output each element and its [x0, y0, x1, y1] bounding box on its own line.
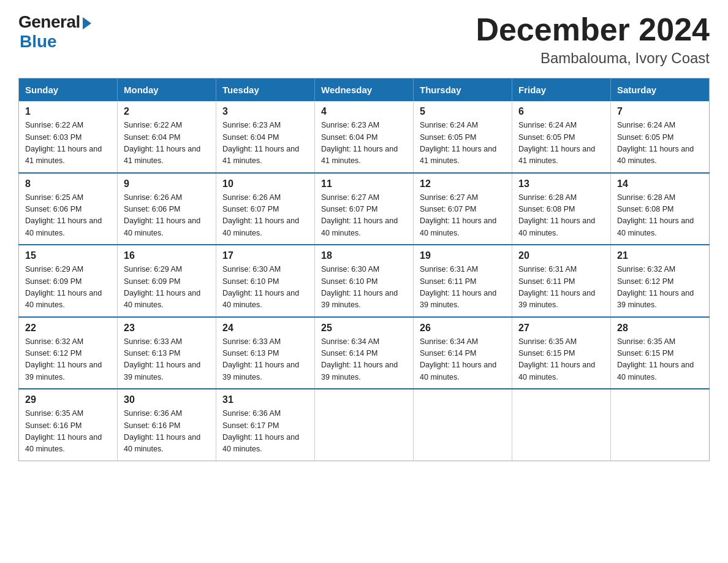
day-number: 3	[222, 106, 308, 117]
calendar-header-thursday: Thursday	[414, 79, 512, 102]
day-number: 1	[25, 106, 111, 117]
calendar-cell	[512, 389, 611, 461]
day-number: 6	[518, 106, 604, 117]
day-number: 14	[617, 178, 703, 190]
calendar-cell: 17 Sunrise: 6:30 AMSunset: 6:10 PMDaylig…	[216, 245, 315, 317]
calendar-cell: 8 Sunrise: 6:25 AMSunset: 6:06 PMDayligh…	[19, 173, 118, 245]
day-info: Sunrise: 6:32 AMSunset: 6:12 PMDaylight:…	[617, 264, 703, 312]
day-number: 27	[518, 323, 604, 334]
calendar-cell: 10 Sunrise: 6:26 AMSunset: 6:07 PMDaylig…	[216, 173, 315, 245]
day-number: 8	[25, 178, 111, 190]
day-number: 9	[124, 178, 210, 190]
day-info: Sunrise: 6:30 AMSunset: 6:10 PMDaylight:…	[321, 264, 407, 312]
calendar-header-wednesday: Wednesday	[315, 79, 414, 102]
day-info: Sunrise: 6:28 AMSunset: 6:08 PMDaylight:…	[518, 192, 604, 240]
calendar-cell: 12 Sunrise: 6:27 AMSunset: 6:07 PMDaylig…	[414, 173, 512, 245]
day-info: Sunrise: 6:26 AMSunset: 6:06 PMDaylight:…	[124, 192, 210, 240]
calendar-header-tuesday: Tuesday	[216, 79, 315, 102]
logo-blue-text: Blue	[20, 32, 57, 52]
calendar-cell: 21 Sunrise: 6:32 AMSunset: 6:12 PMDaylig…	[611, 245, 710, 317]
calendar-cell: 15 Sunrise: 6:29 AMSunset: 6:09 PMDaylig…	[19, 245, 118, 317]
calendar-cell: 19 Sunrise: 6:31 AMSunset: 6:11 PMDaylig…	[414, 245, 512, 317]
day-info: Sunrise: 6:35 AMSunset: 6:15 PMDaylight:…	[518, 336, 604, 384]
day-info: Sunrise: 6:24 AMSunset: 6:05 PMDaylight:…	[617, 120, 703, 167]
day-number: 24	[222, 323, 308, 334]
day-number: 17	[222, 250, 308, 261]
day-info: Sunrise: 6:32 AMSunset: 6:12 PMDaylight:…	[25, 336, 111, 384]
calendar-cell: 28 Sunrise: 6:35 AMSunset: 6:15 PMDaylig…	[611, 317, 710, 389]
day-number: 31	[222, 394, 308, 405]
day-info: Sunrise: 6:23 AMSunset: 6:04 PMDaylight:…	[321, 120, 407, 167]
calendar-week-row: 1 Sunrise: 6:22 AMSunset: 6:03 PMDayligh…	[19, 101, 710, 173]
day-info: Sunrise: 6:36 AMSunset: 6:16 PMDaylight:…	[124, 408, 210, 456]
day-info: Sunrise: 6:29 AMSunset: 6:09 PMDaylight:…	[124, 264, 210, 312]
day-info: Sunrise: 6:35 AMSunset: 6:16 PMDaylight:…	[25, 408, 111, 456]
day-number: 19	[420, 250, 506, 261]
calendar-cell: 7 Sunrise: 6:24 AMSunset: 6:05 PMDayligh…	[611, 101, 710, 173]
day-info: Sunrise: 6:34 AMSunset: 6:14 PMDaylight:…	[321, 336, 407, 384]
calendar-cell: 6 Sunrise: 6:24 AMSunset: 6:05 PMDayligh…	[512, 101, 611, 173]
calendar-cell: 29 Sunrise: 6:35 AMSunset: 6:16 PMDaylig…	[19, 389, 118, 461]
title-area: December 2024 Bambalouma, Ivory Coast	[476, 12, 710, 67]
logo-general-text: General	[18, 12, 80, 32]
calendar-cell: 9 Sunrise: 6:26 AMSunset: 6:06 PMDayligh…	[118, 173, 216, 245]
logo: General Blue	[18, 12, 91, 52]
day-number: 30	[124, 394, 210, 405]
day-number: 4	[321, 106, 407, 117]
calendar-week-row: 22 Sunrise: 6:32 AMSunset: 6:12 PMDaylig…	[19, 317, 710, 389]
day-info: Sunrise: 6:22 AMSunset: 6:04 PMDaylight:…	[124, 120, 210, 167]
calendar-cell: 27 Sunrise: 6:35 AMSunset: 6:15 PMDaylig…	[512, 317, 611, 389]
calendar-cell: 22 Sunrise: 6:32 AMSunset: 6:12 PMDaylig…	[19, 317, 118, 389]
calendar-cell: 4 Sunrise: 6:23 AMSunset: 6:04 PMDayligh…	[315, 101, 414, 173]
day-info: Sunrise: 6:27 AMSunset: 6:07 PMDaylight:…	[321, 192, 407, 240]
calendar-table: SundayMondayTuesdayWednesdayThursdayFrid…	[18, 78, 710, 461]
day-number: 2	[124, 106, 210, 117]
month-year-title: December 2024	[476, 12, 710, 47]
day-info: Sunrise: 6:25 AMSunset: 6:06 PMDaylight:…	[25, 192, 111, 240]
calendar-header-sunday: Sunday	[19, 79, 118, 102]
calendar-cell: 24 Sunrise: 6:33 AMSunset: 6:13 PMDaylig…	[216, 317, 315, 389]
day-info: Sunrise: 6:33 AMSunset: 6:13 PMDaylight:…	[124, 336, 210, 384]
calendar-cell: 16 Sunrise: 6:29 AMSunset: 6:09 PMDaylig…	[118, 245, 216, 317]
day-number: 23	[124, 323, 210, 334]
day-number: 5	[420, 106, 506, 117]
day-info: Sunrise: 6:31 AMSunset: 6:11 PMDaylight:…	[518, 264, 604, 312]
day-info: Sunrise: 6:36 AMSunset: 6:17 PMDaylight:…	[222, 408, 308, 456]
day-info: Sunrise: 6:24 AMSunset: 6:05 PMDaylight:…	[420, 120, 506, 167]
calendar-header-friday: Friday	[512, 79, 611, 102]
day-number: 11	[321, 178, 407, 190]
day-info: Sunrise: 6:22 AMSunset: 6:03 PMDaylight:…	[25, 120, 111, 167]
day-info: Sunrise: 6:23 AMSunset: 6:04 PMDaylight:…	[222, 120, 308, 167]
calendar-cell	[611, 389, 710, 461]
day-number: 29	[25, 394, 111, 405]
day-info: Sunrise: 6:34 AMSunset: 6:14 PMDaylight:…	[420, 336, 506, 384]
calendar-header-monday: Monday	[118, 79, 216, 102]
day-number: 22	[25, 323, 111, 334]
day-number: 18	[321, 250, 407, 261]
day-info: Sunrise: 6:28 AMSunset: 6:08 PMDaylight:…	[617, 192, 703, 240]
day-info: Sunrise: 6:26 AMSunset: 6:07 PMDaylight:…	[222, 192, 308, 240]
calendar-week-row: 8 Sunrise: 6:25 AMSunset: 6:06 PMDayligh…	[19, 173, 710, 245]
day-info: Sunrise: 6:27 AMSunset: 6:07 PMDaylight:…	[420, 192, 506, 240]
day-info: Sunrise: 6:33 AMSunset: 6:13 PMDaylight:…	[222, 336, 308, 384]
calendar-week-row: 15 Sunrise: 6:29 AMSunset: 6:09 PMDaylig…	[19, 245, 710, 317]
calendar-cell: 25 Sunrise: 6:34 AMSunset: 6:14 PMDaylig…	[315, 317, 414, 389]
day-info: Sunrise: 6:24 AMSunset: 6:05 PMDaylight:…	[518, 120, 604, 167]
calendar-cell	[414, 389, 512, 461]
day-number: 20	[518, 250, 604, 261]
calendar-cell: 18 Sunrise: 6:30 AMSunset: 6:10 PMDaylig…	[315, 245, 414, 317]
calendar-cell: 20 Sunrise: 6:31 AMSunset: 6:11 PMDaylig…	[512, 245, 611, 317]
calendar-cell: 5 Sunrise: 6:24 AMSunset: 6:05 PMDayligh…	[414, 101, 512, 173]
day-info: Sunrise: 6:31 AMSunset: 6:11 PMDaylight:…	[420, 264, 506, 312]
day-info: Sunrise: 6:35 AMSunset: 6:15 PMDaylight:…	[617, 336, 703, 384]
day-number: 16	[124, 250, 210, 261]
calendar-cell: 11 Sunrise: 6:27 AMSunset: 6:07 PMDaylig…	[315, 173, 414, 245]
day-number: 12	[420, 178, 506, 190]
location-subtitle: Bambalouma, Ivory Coast	[476, 50, 710, 67]
calendar-cell: 30 Sunrise: 6:36 AMSunset: 6:16 PMDaylig…	[118, 389, 216, 461]
calendar-header-saturday: Saturday	[611, 79, 710, 102]
calendar-cell: 3 Sunrise: 6:23 AMSunset: 6:04 PMDayligh…	[216, 101, 315, 173]
calendar-week-row: 29 Sunrise: 6:35 AMSunset: 6:16 PMDaylig…	[19, 389, 710, 461]
calendar-cell: 13 Sunrise: 6:28 AMSunset: 6:08 PMDaylig…	[512, 173, 611, 245]
calendar-header-row: SundayMondayTuesdayWednesdayThursdayFrid…	[19, 79, 710, 102]
